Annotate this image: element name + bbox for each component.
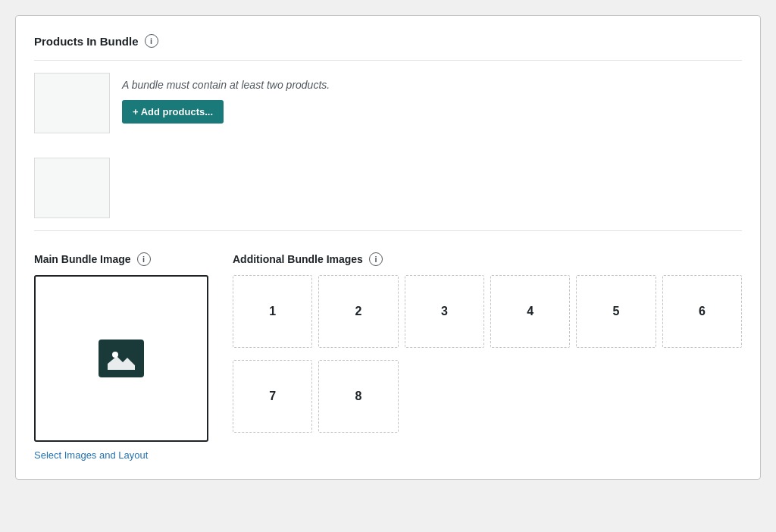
additional-images-label: Additional Bundle Images i bbox=[233, 252, 742, 266]
main-image-box[interactable] bbox=[34, 275, 208, 442]
image-cell-7[interactable]: 7 bbox=[233, 360, 312, 433]
svg-point-1 bbox=[112, 352, 118, 358]
image-grid-row1: 1 2 3 4 5 6 bbox=[233, 275, 742, 354]
product-info-1: A bundle must contain at least two produ… bbox=[122, 73, 330, 124]
image-icon bbox=[108, 347, 135, 370]
product-thumbnail-2 bbox=[34, 158, 110, 218]
image-cell-empty-3 bbox=[576, 360, 656, 433]
product-row-2 bbox=[34, 146, 742, 231]
image-grid-row2: 7 8 bbox=[233, 360, 742, 433]
image-cell-1[interactable]: 1 bbox=[233, 275, 312, 348]
products-section-header: Products In Bundle i bbox=[34, 34, 742, 48]
image-cell-5[interactable]: 5 bbox=[576, 275, 656, 348]
image-cell-empty-2 bbox=[490, 360, 570, 433]
image-cell-6[interactable]: 6 bbox=[662, 275, 742, 348]
main-card: Products In Bundle i A bundle must conta… bbox=[15, 15, 761, 480]
image-cell-2[interactable]: 2 bbox=[318, 275, 398, 348]
additional-images-info-icon[interactable]: i bbox=[369, 252, 383, 266]
main-image-label: Main Bundle Image i bbox=[34, 252, 208, 266]
image-cell-empty-1 bbox=[405, 360, 484, 433]
images-section: Main Bundle Image i Select Images and La… bbox=[34, 252, 742, 461]
products-info-icon[interactable]: i bbox=[145, 34, 158, 48]
image-cell-8[interactable]: 8 bbox=[318, 360, 398, 433]
image-grid-wrapper: 1 2 3 4 5 6 bbox=[233, 275, 742, 433]
bundle-note: A bundle must contain at least two produ… bbox=[122, 79, 330, 91]
image-cell-4[interactable]: 4 bbox=[490, 275, 570, 348]
additional-images-area: Additional Bundle Images i 1 2 3 4 bbox=[233, 252, 742, 433]
main-image-info-icon[interactable]: i bbox=[137, 252, 151, 266]
main-image-area: Main Bundle Image i Select Images and La… bbox=[34, 252, 208, 461]
product-row-1: A bundle must contain at least two produ… bbox=[34, 60, 742, 146]
select-images-link[interactable]: Select Images and Layout bbox=[34, 449, 148, 461]
product-thumbnail-1 bbox=[34, 73, 110, 133]
image-cell-empty-4 bbox=[662, 360, 742, 433]
image-placeholder-icon bbox=[99, 340, 144, 377]
image-cell-3[interactable]: 3 bbox=[405, 275, 484, 348]
products-title: Products In Bundle bbox=[34, 35, 139, 48]
add-products-button[interactable]: + Add products... bbox=[122, 100, 224, 124]
